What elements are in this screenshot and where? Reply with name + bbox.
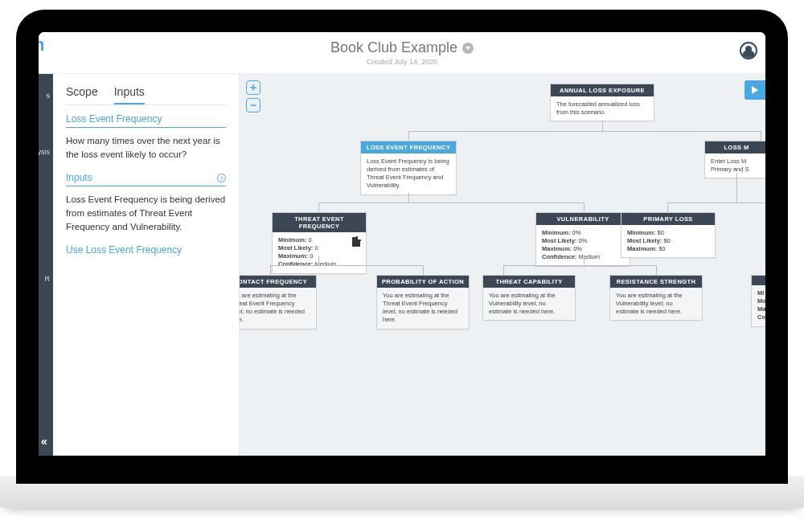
node-probability-of-action[interactable]: PROBABILITY OF ACTION You are estimating… xyxy=(376,275,470,329)
node-vulnerability[interactable]: VULNERABILITY Minimum: 0% Most Likely: 0… xyxy=(535,212,630,267)
document-icon xyxy=(352,237,360,247)
node-ale[interactable]: ANNUAL LOSS EXPOSURE The forecasted annu… xyxy=(550,84,654,121)
navrail-item[interactable]: lysis xyxy=(39,148,50,156)
help-icon[interactable]: ? xyxy=(217,174,226,182)
run-button[interactable] xyxy=(745,80,765,100)
tree-canvas[interactable]: ＋ － ANNUAL LOSS EXPOSURE The forecasted … xyxy=(240,74,765,456)
node-loss-magnitude[interactable]: LOSS M Enter Loss M Primary and S xyxy=(704,141,765,178)
nav-rail: s lysis R « xyxy=(39,74,53,456)
zoom-out-button[interactable]: － xyxy=(246,98,260,113)
node-contact-frequency[interactable]: CONTACT FREQUENCY You are estimating at … xyxy=(240,275,317,329)
tab-inputs[interactable]: Inputs xyxy=(114,85,145,104)
page-title-text: Book Club Example xyxy=(330,39,457,56)
zoom-in-button[interactable]: ＋ xyxy=(246,80,260,95)
navrail-item[interactable]: s xyxy=(47,92,51,100)
collapse-rail-icon[interactable]: « xyxy=(39,435,50,448)
avatar[interactable] xyxy=(740,42,757,59)
node-threat-capability[interactable]: THREAT CAPABILITY You are estimating at … xyxy=(482,275,576,321)
brand-logo-fragment: n xyxy=(34,35,44,55)
node-primary-loss[interactable]: PRIMARY LOSS Minimum: $0 Most Likely: $0… xyxy=(621,212,716,258)
section-heading-inputs: Inputs ? xyxy=(66,172,226,186)
chevron-down-icon[interactable] xyxy=(462,43,474,54)
use-lef-link[interactable]: Use Loss Event Frequency xyxy=(66,244,226,256)
page-title[interactable]: Book Club Example xyxy=(330,39,474,56)
tab-scope[interactable]: Scope xyxy=(66,85,98,104)
section-heading-lef: Loss Event Frequency xyxy=(66,113,226,128)
details-panel: Scope Inputs Loss Event Frequency How ma… xyxy=(53,74,240,456)
node-lef[interactable]: LOSS EVENT FREQUENCY Loss Event Frequenc… xyxy=(360,141,457,195)
node-resistance-strength[interactable]: RESISTANCE STRENGTH You are estimating a… xyxy=(609,275,703,321)
section-body-lef: How many times over the next year is the… xyxy=(66,134,226,161)
node-partial[interactable]: Mi Mo Ma Co xyxy=(751,275,765,327)
navrail-item[interactable]: R xyxy=(45,275,51,283)
page-subtitle: Created July 14, 2020 xyxy=(330,58,474,66)
top-bar: n Book Club Example Created July 14, 202… xyxy=(39,32,765,74)
section-body-inputs: Loss Event Frequency is being derived fr… xyxy=(66,193,226,233)
